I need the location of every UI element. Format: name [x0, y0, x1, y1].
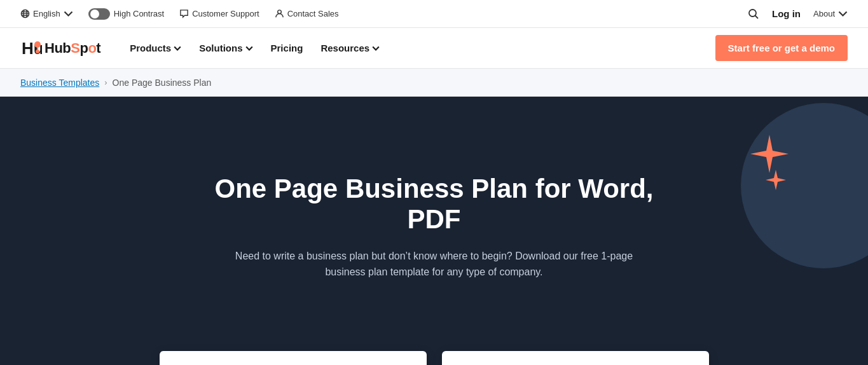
nav-bar: Hub HubSpot Products Solutions — [0, 28, 868, 69]
svg-point-9 — [34, 41, 41, 48]
cta-button[interactable]: Start free or get a demo — [715, 35, 848, 61]
nav-products[interactable]: Products — [123, 38, 188, 59]
breadcrumb-separator: › — [104, 78, 107, 87]
cards-row: One-Page Business Template The Business … — [0, 345, 868, 365]
svg-point-10 — [36, 50, 39, 53]
customer-support-link[interactable]: Customer Support — [179, 9, 259, 18]
hero-subtitle: Need to write a business plan but don’t … — [218, 248, 651, 280]
hubspot-logo[interactable]: Hub HubSpot — [20, 38, 100, 59]
support-label: Customer Support — [192, 9, 259, 18]
search-button[interactable] — [748, 8, 759, 20]
nav-right: Start free or get a demo — [715, 35, 848, 61]
svg-line-7 — [755, 15, 759, 18]
hero-section: One Page Business Plan for Word, PDF Nee… — [0, 97, 868, 345]
chevron-down-icon — [174, 45, 181, 52]
sales-label: Contact Sales — [287, 9, 339, 18]
chat-icon — [179, 9, 189, 18]
chevron-down-icon — [245, 45, 253, 52]
top-bar-right: Log in About — [748, 8, 848, 20]
about-menu[interactable]: About — [813, 9, 848, 18]
svg-text:Hub: Hub — [22, 39, 42, 58]
svg-point-6 — [749, 10, 756, 17]
toggle-switch[interactable] — [88, 8, 110, 20]
hero-title: One Page Business Plan for Word, PDF — [212, 174, 657, 235]
chevron-down-icon — [372, 45, 380, 52]
hero-sparkles-decoration — [734, 128, 792, 201]
person-icon — [275, 9, 284, 18]
nav-solutions[interactable]: Solutions — [193, 38, 259, 59]
login-button[interactable]: Log in — [772, 8, 801, 19]
card-template: One-Page Business Template The Business … — [160, 351, 427, 365]
language-selector[interactable]: English — [20, 9, 73, 18]
top-bar-left: English High Contrast Customer Support C… — [20, 8, 339, 20]
breadcrumb-current: One Page Business Plan — [113, 78, 212, 88]
contrast-toggle[interactable]: High Contrast — [88, 8, 164, 20]
breadcrumb-parent-link[interactable]: Business Templates — [20, 78, 99, 88]
globe-icon — [20, 9, 30, 18]
search-icon — [748, 8, 759, 20]
chevron-down-icon — [838, 9, 848, 18]
hubspot-icon: Hub — [20, 38, 42, 59]
hubspot-wordmark: HubSpot — [45, 40, 100, 57]
svg-point-5 — [277, 10, 281, 14]
card-form — [442, 351, 709, 365]
nav-pricing[interactable]: Pricing — [265, 38, 310, 59]
contrast-label: High Contrast — [114, 9, 164, 18]
chevron-down-icon — [64, 9, 73, 18]
breadcrumb: Business Templates › One Page Business P… — [0, 69, 868, 97]
top-bar: English High Contrast Customer Support C… — [0, 0, 868, 28]
language-label: English — [33, 9, 60, 18]
nav-left: Hub HubSpot Products Solutions — [20, 38, 386, 59]
nav-resources[interactable]: Resources — [314, 38, 386, 59]
nav-links: Products Solutions Pricing Resources — [123, 38, 386, 59]
contact-sales-link[interactable]: Contact Sales — [275, 9, 339, 18]
about-label: About — [813, 9, 835, 18]
